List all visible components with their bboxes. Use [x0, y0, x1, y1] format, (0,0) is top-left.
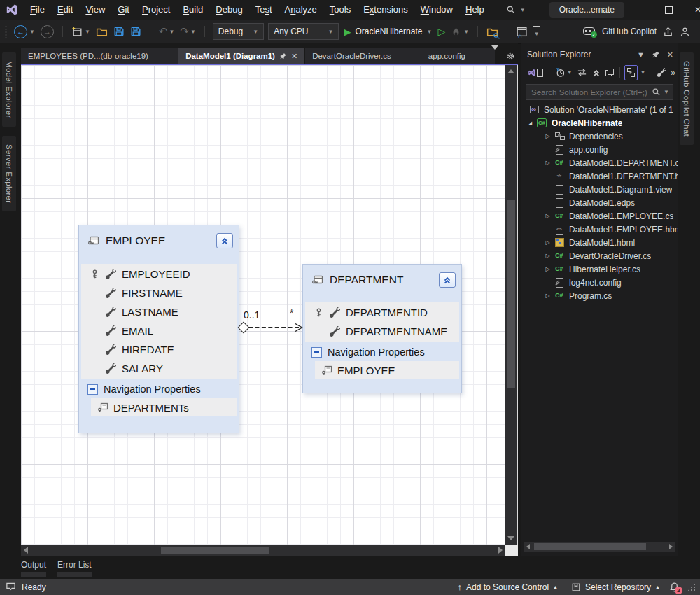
- menu-item[interactable]: Debug: [209, 0, 248, 20]
- expander-icon[interactable]: ▷: [543, 239, 552, 246]
- tree-item[interactable]: ▷ DataModel1.edps: [522, 196, 678, 209]
- scalar-property[interactable]: SALARY: [81, 359, 237, 378]
- properties-wrench-button[interactable]: [656, 66, 668, 80]
- select-repository-button[interactable]: Select Repository ▲: [567, 582, 664, 592]
- menu-item[interactable]: Git: [111, 0, 136, 20]
- navigation-properties-header[interactable]: Navigation Properties: [303, 343, 461, 361]
- tree-item[interactable]: ▷ Dependencies: [522, 130, 678, 143]
- document-tab[interactable]: DataModel1 (Diagram1) ✕: [178, 48, 304, 64]
- search-icon[interactable]: [652, 88, 661, 97]
- navigate-forward-button[interactable]: →: [38, 22, 56, 41]
- tree-item[interactable]: ▷ DataModel1.DEPARTMENT.hbm.xml: [522, 169, 678, 183]
- close-icon[interactable]: ✕: [667, 50, 673, 59]
- scalar-property[interactable]: FIRSTNAME: [81, 284, 237, 302]
- menu-item[interactable]: Tools: [323, 0, 357, 20]
- browser-home-button[interactable]: ⌂: [514, 22, 530, 41]
- tab-list-icon[interactable]: [491, 50, 499, 62]
- bottom-panel-tab[interactable]: Error List: [57, 556, 92, 577]
- document-tab[interactable]: EMPLOYEES (PD...(db-oracle19) ✕: [21, 48, 178, 64]
- tree-item[interactable]: ▷ DataModel1.hbml: [522, 236, 678, 249]
- menu-item[interactable]: Edit: [51, 0, 79, 20]
- navigation-property[interactable]: EMPLOYEE: [315, 361, 459, 379]
- association-diamond[interactable]: [238, 322, 250, 334]
- sync-options-dropdown[interactable]: ▼: [639, 66, 648, 80]
- menu-item[interactable]: Test: [249, 0, 279, 20]
- tree-item[interactable]: ▷ app.config: [522, 143, 678, 156]
- bottom-panel-tab[interactable]: Output: [21, 556, 46, 577]
- copilot-icon[interactable]: ✓: [583, 26, 596, 37]
- pin-icon[interactable]: [279, 52, 287, 60]
- tree-item[interactable]: ▷ log4net.config: [522, 276, 678, 289]
- open-file-button[interactable]: [94, 22, 110, 41]
- close-button[interactable]: ✕: [683, 0, 700, 20]
- association-line[interactable]: [248, 327, 299, 328]
- menu-item[interactable]: Project: [136, 0, 176, 20]
- expander-icon[interactable]: ▷: [543, 213, 552, 219]
- document-tab[interactable]: app.config ✕: [421, 48, 495, 64]
- menu-item[interactable]: File: [24, 0, 51, 20]
- start-debugging-button[interactable]: ▶ OracleNHibernate ▼: [341, 27, 435, 37]
- solution-search-box[interactable]: ▼: [526, 84, 673, 100]
- tree-item[interactable]: ▷ DevartOracleDriver.cs: [522, 249, 678, 262]
- navigation-property[interactable]: DEPARTMENTs: [91, 398, 237, 416]
- scalar-property[interactable]: DEPARTMENTNAME: [305, 322, 459, 341]
- solution-platform-dropdown[interactable]: Any CPU▼: [268, 23, 339, 40]
- gear-icon[interactable]: [506, 52, 515, 61]
- toolbar-grip[interactable]: [5, 25, 7, 38]
- menu-item[interactable]: Build: [176, 0, 209, 20]
- tree-item-solution[interactable]: Solution 'OracleNHibernate' (1 of 1: [522, 103, 678, 116]
- maximize-button[interactable]: [654, 0, 683, 20]
- expander-icon[interactable]: ▷: [543, 253, 552, 259]
- navigate-back-button[interactable]: ←▼: [12, 22, 37, 41]
- expander-icon[interactable]: ◢: [526, 120, 535, 126]
- vertical-tool-tab[interactable]: Server Explorer: [2, 136, 16, 211]
- scalar-property[interactable]: LASTNAME: [81, 302, 237, 321]
- document-tab[interactable]: DevartOracleDriver.cs ✕: [305, 48, 421, 64]
- redo-button[interactable]: ↷▼: [178, 22, 198, 41]
- solution-configuration-dropdown[interactable]: Debug▼: [213, 23, 264, 40]
- new-project-button[interactable]: ▼: [69, 22, 92, 41]
- account-icon[interactable]: [680, 27, 690, 37]
- close-icon[interactable]: ✕: [291, 52, 298, 61]
- menu-item[interactable]: Extensions: [357, 0, 414, 20]
- solution-explorer-horizontal-scrollbar[interactable]: [524, 542, 675, 552]
- collapse-section-icon[interactable]: [312, 347, 322, 358]
- search-input[interactable]: [530, 88, 652, 97]
- start-without-debugging-button[interactable]: ▷: [435, 22, 447, 41]
- toolbar-overflow-button[interactable]: »: [669, 66, 677, 80]
- tree-item[interactable]: ▷ DataModel1.EMPLOYEE.hbm.xml: [522, 223, 678, 236]
- scalar-property[interactable]: EMAIL: [81, 321, 237, 340]
- minimize-button[interactable]: —: [624, 0, 654, 20]
- menu-item[interactable]: Analyze: [279, 0, 323, 20]
- scalar-property[interactable]: DEPARTMENTID: [305, 303, 459, 322]
- menu-item[interactable]: View: [79, 0, 111, 20]
- collapse-entity-button[interactable]: [216, 233, 233, 248]
- background-tasks-icon[interactable]: [6, 582, 16, 592]
- navigation-properties-header[interactable]: Navigation Properties: [79, 380, 239, 398]
- vertical-tool-tab-copilot-chat[interactable]: GitHub Copilot Chat: [680, 52, 694, 145]
- entity-department[interactable]: DEPARTMENT DEPARTMENTID: [302, 264, 462, 393]
- collapse-entity-button[interactable]: [439, 272, 456, 288]
- save-button[interactable]: [111, 22, 127, 41]
- hot-reload-button[interactable]: ▼: [449, 22, 471, 41]
- scalar-property[interactable]: EMPLOYEEID: [81, 265, 237, 284]
- tree-item[interactable]: ▷ DataModel1.EMPLOYEE.cs: [522, 209, 678, 223]
- tree-item[interactable]: ▷ HibernateHelper.cs: [522, 262, 678, 276]
- tree-item[interactable]: ▷ DataModel1.DEPARTMENT.cs: [522, 156, 678, 169]
- expander-icon[interactable]: ▷: [543, 293, 552, 299]
- resize-grip[interactable]: [687, 583, 696, 592]
- tree-item[interactable]: ▷ Program.cs: [522, 289, 678, 302]
- entity-header[interactable]: DEPARTMENT: [303, 265, 461, 295]
- expander-icon[interactable]: ▷: [543, 133, 552, 139]
- add-to-source-control-button[interactable]: ↑ Add to Source Control ▲: [454, 582, 563, 592]
- scalar-property[interactable]: HIREDATE: [81, 340, 237, 359]
- chevron-down-icon[interactable]: ▼: [637, 50, 645, 59]
- pending-changes-filter-button[interactable]: ▼: [554, 66, 574, 80]
- tree-item-project[interactable]: ◢ OracleNHibernate: [522, 116, 678, 130]
- undo-button[interactable]: ↶▼: [157, 22, 177, 41]
- find-in-files-button[interactable]: [484, 22, 500, 41]
- share-icon[interactable]: [663, 27, 673, 37]
- canvas-horizontal-scrollbar[interactable]: [21, 545, 505, 556]
- pin-icon[interactable]: [652, 50, 660, 59]
- toolbar-options-button[interactable]: ▼: [531, 22, 542, 41]
